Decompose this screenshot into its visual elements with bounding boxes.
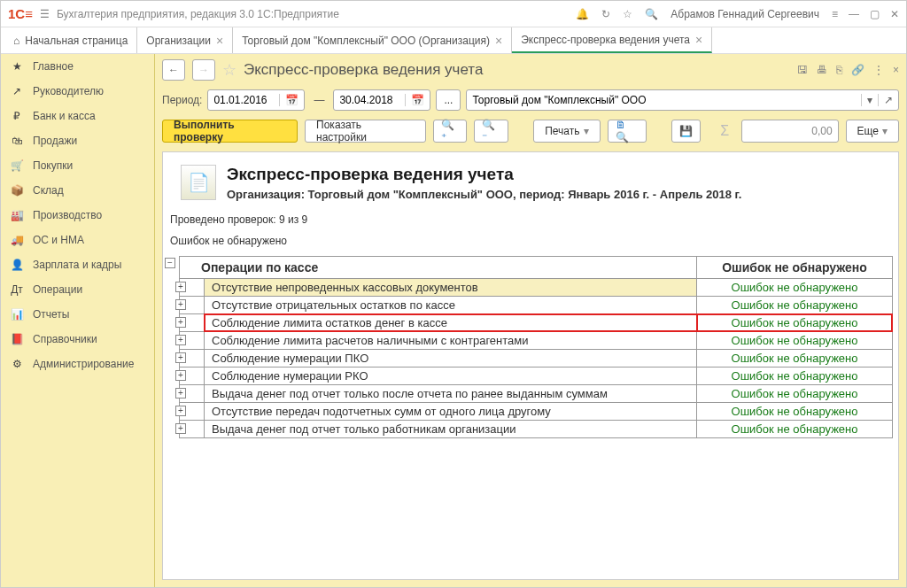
sidebar-icon: ★ (10, 60, 24, 73)
sidebar-item[interactable]: ДтОперации (1, 277, 154, 302)
table-row[interactable]: Соблюдение лимита расчетов наличными с к… (179, 332, 893, 350)
tab-home-label: Начальная страница (25, 35, 128, 47)
bell-icon[interactable]: 🔔 (576, 8, 589, 20)
expand-toggle[interactable]: + (175, 317, 186, 328)
date-to-field[interactable] (334, 94, 405, 106)
close-icon[interactable]: × (216, 34, 223, 48)
period-label: Период: (162, 94, 202, 106)
sidebar-item-label: Банк и касса (33, 110, 96, 122)
sum-field[interactable]: 0,00 (741, 120, 838, 143)
group-title: Операции по кассе (180, 257, 697, 278)
date-from-input[interactable]: 📅 (207, 89, 305, 111)
sidebar-icon: 📊 (10, 308, 24, 321)
sidebar-item[interactable]: ★Главное (1, 54, 154, 79)
checks-done-text: Проведено проверок: 9 из 9 (168, 210, 893, 235)
close-button[interactable]: ✕ (890, 8, 899, 20)
link-icon[interactable]: 🔗 (851, 64, 864, 76)
tab-organization-detail[interactable]: Торговый дом "Комплексный" ООО (Организа… (233, 27, 512, 53)
close-page-icon[interactable]: × (893, 64, 899, 76)
sidebar-item-label: ОС и НМА (33, 234, 84, 246)
zoom-in-button[interactable]: 🔍⁺ (433, 120, 468, 143)
row-status: Ошибок не обнаружено (697, 279, 892, 296)
zoom-out-button[interactable]: 🔍⁻ (474, 120, 508, 143)
sidebar-item-label: Руководителю (33, 85, 104, 97)
minimize-button[interactable]: — (849, 8, 859, 20)
show-settings-button[interactable]: Показать настройки (305, 120, 425, 143)
table-row[interactable]: Выдача денег под отчет только после отче… (179, 385, 893, 403)
collapse-toggle[interactable]: − (165, 258, 175, 268)
sidebar-item-label: Операции (33, 283, 82, 296)
sidebar-item[interactable]: ↗Руководителю (1, 79, 154, 104)
calendar-icon[interactable]: 📅 (279, 94, 304, 106)
table-row[interactable]: Соблюдение нумерации РКО Ошибок не обнар… (179, 368, 893, 385)
table-row[interactable]: Отсутствие передач подотчетных сумм от о… (179, 403, 893, 421)
expand-toggle[interactable]: + (175, 388, 186, 398)
close-icon[interactable]: × (495, 34, 502, 48)
save-icon[interactable]: 🖫 (797, 64, 808, 76)
sidebar-item[interactable]: 👤Зарплата и кадры (1, 252, 154, 277)
period-select-button[interactable]: ... (436, 89, 461, 111)
sidebar-item[interactable]: 📦Склад (1, 178, 154, 203)
nav-back-button[interactable]: ← (162, 59, 185, 81)
save-disk-button[interactable]: 💾 (671, 120, 701, 143)
report-area[interactable]: 📄 Экспресс-проверка ведения учета Органи… (162, 151, 899, 580)
group-row[interactable]: Операции по кассе Ошибок не обнаружено (179, 256, 893, 279)
sidebar-item[interactable]: 📊Отчеты (1, 302, 154, 327)
dropdown-icon[interactable]: ▾ (861, 94, 878, 106)
expand-toggle[interactable]: + (175, 423, 186, 434)
open-icon[interactable]: ↗ (878, 94, 898, 106)
user-dropdown-icon[interactable]: ≡ (832, 8, 838, 20)
export-icon[interactable]: ⎘ (836, 64, 842, 76)
expand-toggle[interactable]: + (175, 299, 186, 310)
print-label: Печать (545, 125, 579, 137)
table-row[interactable]: Соблюдение лимита остатков денег в кассе… (179, 314, 893, 332)
print-button[interactable]: Печать ▾ (533, 120, 600, 143)
history-icon[interactable]: ↻ (601, 8, 610, 20)
row-description: Выдача денег под отчет только работникам… (205, 421, 697, 437)
sidebar-item[interactable]: 📕Справочники (1, 327, 154, 352)
maximize-button[interactable]: ▢ (870, 8, 880, 20)
row-status: Ошибок не обнаружено (697, 332, 892, 349)
expand-toggle[interactable]: + (175, 370, 186, 381)
sidebar-icon: 👤 (10, 259, 24, 271)
sidebar-icon: ⚙ (10, 358, 24, 370)
sidebar-item[interactable]: 🚚ОС и НМА (1, 228, 154, 252)
sidebar-item[interactable]: 🛍Продажи (1, 128, 154, 153)
expand-toggle[interactable]: + (175, 335, 186, 345)
table-row[interactable]: Отсутствие непроведенных кассовых докуме… (179, 279, 893, 297)
sidebar-item[interactable]: ⚙Администрирование (1, 352, 154, 376)
table-row[interactable]: Соблюдение нумерации ПКО Ошибок не обнар… (179, 350, 893, 368)
search-icon[interactable]: 🔍 (645, 8, 658, 20)
run-check-button[interactable]: Выполнить проверку (162, 120, 298, 143)
expand-toggle[interactable]: + (175, 406, 186, 416)
sigma-icon: Σ (715, 123, 734, 139)
table-row[interactable]: Выдача денег под отчет только работникам… (179, 421, 893, 438)
star-icon[interactable]: ☆ (623, 8, 632, 20)
user-name[interactable]: Абрамов Геннадий Сергеевич (671, 8, 819, 20)
organization-field[interactable] (467, 94, 861, 106)
table-row[interactable]: Отсутствие отрицательных остатков по кас… (179, 297, 893, 314)
page-title: Экспресс-проверка ведения учета (244, 61, 483, 79)
preview-button[interactable]: 🗎🔍 (608, 120, 647, 143)
tab-organizations[interactable]: Организации × (137, 27, 233, 53)
close-icon[interactable]: × (695, 33, 702, 47)
sidebar-item[interactable]: 🛒Покупки (1, 153, 154, 178)
date-from-field[interactable] (208, 94, 279, 106)
hamburger-icon[interactable]: ☰ (40, 8, 50, 20)
row-status: Ошибок не обнаружено (697, 350, 892, 367)
group-status: Ошибок не обнаружено (697, 257, 892, 278)
sidebar-item[interactable]: ₽Банк и касса (1, 104, 154, 128)
tab-home[interactable]: ⌂ Начальная страница (1, 27, 137, 53)
more-menu-icon[interactable]: ⋮ (873, 64, 884, 76)
print-icon[interactable]: 🖶 (817, 64, 827, 76)
organization-select[interactable]: ▾ ↗ (466, 89, 899, 111)
sidebar-item[interactable]: 🏭Производство (1, 203, 154, 228)
expand-toggle[interactable]: + (175, 282, 186, 292)
favorite-star-icon[interactable]: ☆ (222, 60, 236, 80)
sidebar-item-label: Склад (33, 184, 64, 197)
calendar-icon[interactable]: 📅 (405, 94, 430, 106)
expand-toggle[interactable]: + (175, 352, 186, 363)
more-button[interactable]: Еще ▾ (846, 120, 899, 143)
date-to-input[interactable]: 📅 (333, 89, 430, 111)
tab-express-check[interactable]: Экспресс-проверка ведения учета × (512, 27, 712, 53)
